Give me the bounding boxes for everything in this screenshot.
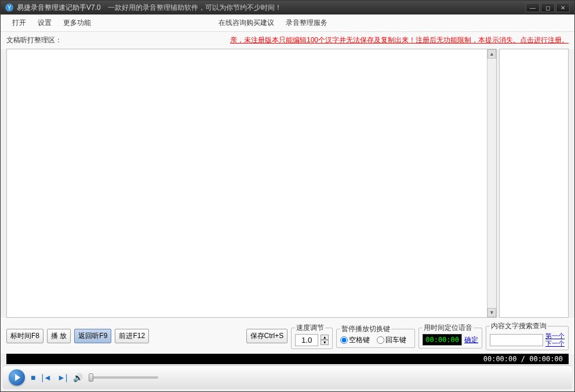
progress-bar[interactable]: 00:00:00 / 00:00:00 — [6, 354, 569, 364]
pause-enter-option[interactable]: 回车键 — [377, 335, 406, 345]
speed-up-button[interactable]: ▲ — [321, 335, 329, 340]
search-group: 内容文字搜索查询 第一个 下一个 — [486, 321, 569, 350]
minimize-button[interactable]: — — [526, 3, 540, 12]
close-button[interactable]: ✕ — [556, 3, 570, 12]
forward-button[interactable]: 前进F12 — [115, 329, 149, 343]
replay-button[interactable]: 返回听F9 — [74, 329, 111, 343]
save-button[interactable]: 保存Ctrl+S — [246, 329, 288, 343]
pause-space-radio[interactable] — [340, 336, 348, 344]
pause-space-option[interactable]: 空格键 — [340, 335, 370, 345]
progress-time-text: 00:00:00 / 00:00:00 — [483, 355, 563, 363]
pause-enter-radio[interactable] — [377, 336, 384, 344]
search-input[interactable] — [490, 334, 543, 346]
maximize-button[interactable]: ◻ — [541, 3, 555, 12]
section-header: 文稿听打整理区： 亲，未注册版本只能编辑100个汉字并无法保存及复制出来！注册后… — [1, 32, 574, 49]
search-legend: 内容文字搜索查询 — [490, 321, 548, 331]
timepos-confirm-link[interactable]: 确定 — [464, 335, 478, 345]
transcript-editor[interactable]: ▲ ▼ — [6, 49, 497, 318]
speed-group: 速度调节 ▲ ▼ — [291, 323, 333, 349]
registration-warning-link[interactable]: 亲，未注册版本只能编辑100个汉字并无法保存及复制出来！注册后无功能限制，本提示… — [230, 35, 569, 45]
app-icon: Y — [5, 3, 13, 12]
editor-area: ▲ ▼ — [1, 49, 574, 318]
timepos-display[interactable]: 00:00:00 — [423, 334, 462, 346]
volume-icon[interactable]: 🔊 — [73, 373, 83, 382]
mark-time-button[interactable]: 标时间F8 — [6, 329, 43, 343]
app-window: Y 易捷录音整理速记助手V7.0 一款好用的录音整理辅助软件，可以为你节约不少时… — [0, 0, 575, 392]
speed-legend: 速度调节 — [295, 323, 325, 333]
window-controls: — ◻ ✕ — [526, 3, 570, 12]
menubar: 打开 设置 更多功能 在线咨询购买建议 录音整理服务 — [1, 14, 574, 32]
window-subtitle: 一款好用的录音整理辅助软件，可以为你节约不少时间！ — [108, 3, 526, 13]
side-panel — [499, 49, 569, 318]
seek-thumb[interactable] — [89, 373, 93, 382]
menu-settings[interactable]: 设置 — [32, 17, 57, 29]
play-button[interactable]: 播 放 — [47, 329, 71, 343]
menu-service[interactable]: 录音整理服务 — [280, 17, 333, 29]
speed-spinner: ▲ ▼ — [321, 335, 329, 345]
timepos-legend: 用时间定位语音 — [423, 323, 474, 333]
editor-label: 文稿听打整理区： — [6, 35, 62, 45]
player-bar: ■ |◄ ►| 🔊 — [3, 365, 572, 389]
timepos-group: 用时间定位语音 00:00:00 确定 — [418, 323, 482, 349]
search-first-link[interactable]: 第一个 — [545, 332, 565, 340]
pause-legend: 暂停播放切换键 — [340, 324, 391, 334]
seek-slider[interactable] — [89, 376, 158, 379]
controls-row: 标时间F8 播 放 返回听F9 前进F12 保存Ctrl+S 速度调节 ▲ ▼ … — [1, 318, 574, 354]
player-stop-button[interactable]: ■ — [31, 373, 35, 382]
search-next-link[interactable]: 下一个 — [545, 340, 565, 347]
speed-down-button[interactable]: ▼ — [321, 340, 329, 345]
menu-open[interactable]: 打开 — [6, 17, 32, 29]
menu-consult[interactable]: 在线咨询购买建议 — [213, 17, 280, 29]
player-prev-button[interactable]: |◄ — [41, 373, 52, 382]
play-icon — [15, 374, 20, 381]
scroll-up-button[interactable]: ▲ — [487, 49, 496, 59]
pause-key-group: 暂停播放切换键 空格键 回车键 — [336, 324, 415, 348]
window-title: 易捷录音整理速记助手V7.0 — [17, 3, 101, 13]
speed-input[interactable] — [295, 334, 318, 346]
menu-more[interactable]: 更多功能 — [57, 17, 97, 29]
scroll-down-button[interactable]: ▼ — [487, 308, 496, 317]
player-play-button[interactable] — [9, 369, 25, 386]
player-next-button[interactable]: ►| — [57, 373, 68, 382]
titlebar: Y 易捷录音整理速记助手V7.0 一款好用的录音整理辅助软件，可以为你节约不少时… — [1, 1, 574, 14]
editor-scrollbar[interactable]: ▲ ▼ — [487, 49, 496, 317]
